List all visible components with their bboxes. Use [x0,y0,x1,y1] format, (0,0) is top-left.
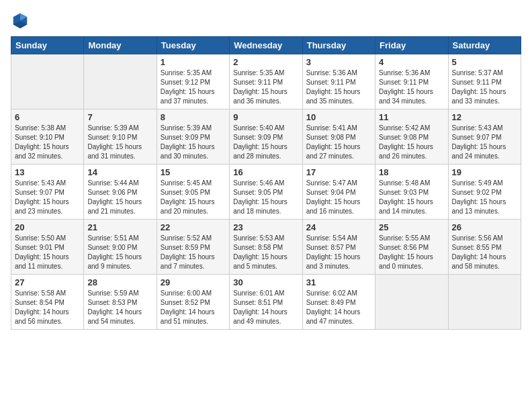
weekday-header: Friday [375,37,448,54]
weekday-header: Tuesday [157,37,229,54]
day-number: 29 [161,277,226,287]
weekday-header: Saturday [448,37,521,54]
calendar-day [375,275,448,330]
weekday-header-row: SundayMondayTuesdayWednesdayThursdayFrid… [11,37,521,54]
day-number: 19 [452,167,517,177]
calendar-day: 6Sunrise: 5:38 AM Sunset: 9:10 PM Daylig… [11,109,84,165]
day-detail: Sunrise: 5:35 AM Sunset: 9:12 PM Dayligh… [161,68,226,106]
day-number: 7 [87,112,152,122]
calendar-day: 8Sunrise: 5:39 AM Sunset: 9:09 PM Daylig… [157,109,229,165]
logo-icon [11,11,30,30]
calendar-day: 11Sunrise: 5:42 AM Sunset: 9:08 PM Dayli… [375,109,448,165]
day-detail: Sunrise: 6:02 AM Sunset: 8:49 PM Dayligh… [306,289,371,326]
day-detail: Sunrise: 5:38 AM Sunset: 9:10 PM Dayligh… [15,124,80,161]
calendar-header: SundayMondayTuesdayWednesdayThursdayFrid… [11,37,521,54]
day-number: 21 [87,222,152,232]
weekday-header: Monday [84,37,157,54]
day-number: 22 [161,222,226,232]
week-row: 20Sunrise: 5:50 AM Sunset: 9:01 PM Dayli… [11,220,521,275]
day-detail: Sunrise: 5:39 AM Sunset: 9:10 PM Dayligh… [87,124,152,161]
day-number: 4 [379,57,444,67]
day-detail: Sunrise: 5:47 AM Sunset: 9:04 PM Dayligh… [306,179,371,216]
day-detail: Sunrise: 5:48 AM Sunset: 9:03 PM Dayligh… [379,179,444,216]
calendar-day: 21Sunrise: 5:51 AM Sunset: 9:00 PM Dayli… [84,220,157,275]
calendar-day: 31Sunrise: 6:02 AM Sunset: 8:49 PM Dayli… [302,275,375,330]
day-number: 11 [379,112,444,122]
day-number: 20 [15,222,80,232]
day-detail: Sunrise: 5:36 AM Sunset: 9:11 PM Dayligh… [306,68,371,106]
calendar-day: 26Sunrise: 5:56 AM Sunset: 8:55 PM Dayli… [448,220,521,275]
day-number: 13 [15,167,80,177]
weekday-header: Sunday [11,37,84,54]
calendar-day: 25Sunrise: 5:55 AM Sunset: 8:56 PM Dayli… [375,220,448,275]
weekday-header: Thursday [302,37,375,54]
calendar-day: 27Sunrise: 5:58 AM Sunset: 8:54 PM Dayli… [11,275,84,330]
day-detail: Sunrise: 5:59 AM Sunset: 8:53 PM Dayligh… [87,289,152,326]
day-detail: Sunrise: 5:45 AM Sunset: 9:05 PM Dayligh… [161,179,226,216]
day-detail: Sunrise: 5:50 AM Sunset: 9:01 PM Dayligh… [15,234,80,271]
day-number: 27 [15,277,80,287]
day-number: 15 [161,167,226,177]
day-detail: Sunrise: 5:35 AM Sunset: 9:11 PM Dayligh… [233,68,298,106]
day-detail: Sunrise: 5:39 AM Sunset: 9:09 PM Dayligh… [161,124,226,161]
day-number: 9 [233,112,298,122]
day-detail: Sunrise: 5:52 AM Sunset: 8:59 PM Dayligh… [161,234,226,271]
week-row: 13Sunrise: 5:43 AM Sunset: 9:07 PM Dayli… [11,165,521,220]
day-number: 8 [161,112,226,122]
day-number: 28 [87,277,152,287]
day-number: 6 [15,112,80,122]
calendar-day [84,54,157,109]
calendar-day: 13Sunrise: 5:43 AM Sunset: 9:07 PM Dayli… [11,165,84,220]
calendar-day: 5Sunrise: 5:37 AM Sunset: 9:11 PM Daylig… [448,54,521,109]
week-row: 1Sunrise: 5:35 AM Sunset: 9:12 PM Daylig… [11,54,521,109]
calendar-day: 1Sunrise: 5:35 AM Sunset: 9:12 PM Daylig… [157,54,229,109]
week-row: 27Sunrise: 5:58 AM Sunset: 8:54 PM Dayli… [11,275,521,330]
calendar-day [11,54,84,109]
day-detail: Sunrise: 5:54 AM Sunset: 8:57 PM Dayligh… [306,234,371,271]
calendar-day: 3Sunrise: 5:36 AM Sunset: 9:11 PM Daylig… [302,54,375,109]
week-row: 6Sunrise: 5:38 AM Sunset: 9:10 PM Daylig… [11,109,521,165]
calendar-body: 1Sunrise: 5:35 AM Sunset: 9:12 PM Daylig… [11,54,521,330]
calendar-day: 22Sunrise: 5:52 AM Sunset: 8:59 PM Dayli… [157,220,229,275]
calendar-day: 23Sunrise: 5:53 AM Sunset: 8:58 PM Dayli… [230,220,302,275]
day-number: 2 [233,57,298,67]
day-detail: Sunrise: 5:43 AM Sunset: 9:07 PM Dayligh… [15,179,80,216]
day-number: 30 [233,277,298,287]
day-number: 16 [233,167,298,177]
day-detail: Sunrise: 5:43 AM Sunset: 9:07 PM Dayligh… [452,124,517,161]
calendar-day: 19Sunrise: 5:49 AM Sunset: 9:02 PM Dayli… [448,165,521,220]
calendar-day: 10Sunrise: 5:41 AM Sunset: 9:08 PM Dayli… [302,109,375,165]
calendar-day: 30Sunrise: 6:01 AM Sunset: 8:51 PM Dayli… [230,275,302,330]
calendar-day: 28Sunrise: 5:59 AM Sunset: 8:53 PM Dayli… [84,275,157,330]
calendar-day: 15Sunrise: 5:45 AM Sunset: 9:05 PM Dayli… [157,165,229,220]
day-detail: Sunrise: 6:01 AM Sunset: 8:51 PM Dayligh… [233,289,298,326]
day-detail: Sunrise: 5:36 AM Sunset: 9:11 PM Dayligh… [379,68,444,106]
calendar-day: 29Sunrise: 6:00 AM Sunset: 8:52 PM Dayli… [157,275,229,330]
logo [11,11,32,30]
calendar-day: 4Sunrise: 5:36 AM Sunset: 9:11 PM Daylig… [375,54,448,109]
calendar-day: 7Sunrise: 5:39 AM Sunset: 9:10 PM Daylig… [84,109,157,165]
day-number: 14 [87,167,152,177]
calendar-day [448,275,521,330]
day-detail: Sunrise: 5:51 AM Sunset: 9:00 PM Dayligh… [87,234,152,271]
day-number: 17 [306,167,371,177]
calendar-day: 24Sunrise: 5:54 AM Sunset: 8:57 PM Dayli… [302,220,375,275]
calendar-day: 16Sunrise: 5:46 AM Sunset: 9:05 PM Dayli… [230,165,302,220]
day-number: 12 [452,112,517,122]
day-number: 25 [379,222,444,232]
day-detail: Sunrise: 5:53 AM Sunset: 8:58 PM Dayligh… [233,234,298,271]
day-number: 24 [306,222,371,232]
calendar-day: 9Sunrise: 5:40 AM Sunset: 9:09 PM Daylig… [230,109,302,165]
day-number: 10 [306,112,371,122]
day-detail: Sunrise: 5:42 AM Sunset: 9:08 PM Dayligh… [379,124,444,161]
calendar-day: 14Sunrise: 5:44 AM Sunset: 9:06 PM Dayli… [84,165,157,220]
day-number: 23 [233,222,298,232]
calendar-day: 2Sunrise: 5:35 AM Sunset: 9:11 PM Daylig… [230,54,302,109]
day-detail: Sunrise: 5:44 AM Sunset: 9:06 PM Dayligh… [87,179,152,216]
day-detail: Sunrise: 5:49 AM Sunset: 9:02 PM Dayligh… [452,179,517,216]
day-detail: Sunrise: 5:55 AM Sunset: 8:56 PM Dayligh… [379,234,444,271]
day-number: 5 [452,57,517,67]
calendar-day: 12Sunrise: 5:43 AM Sunset: 9:07 PM Dayli… [448,109,521,165]
calendar-day: 18Sunrise: 5:48 AM Sunset: 9:03 PM Dayli… [375,165,448,220]
day-number: 3 [306,57,371,67]
